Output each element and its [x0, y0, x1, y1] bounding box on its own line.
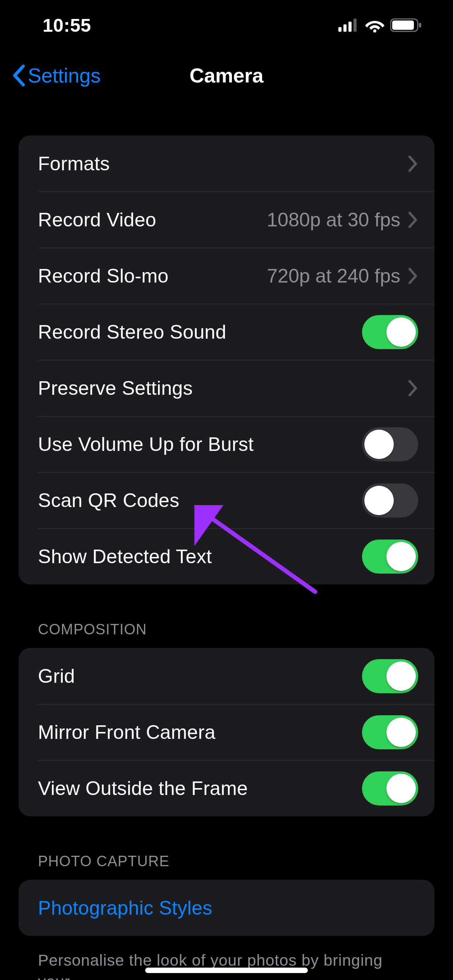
chevron-right-icon: [408, 267, 418, 284]
section-header-photo-capture: PHOTO CAPTURE: [19, 816, 434, 880]
back-button[interactable]: Settings: [12, 64, 101, 87]
toggle-record-stereo-sound[interactable]: [362, 315, 418, 349]
row-record-stereo-sound: Record Stereo Sound: [19, 304, 434, 360]
row-formats[interactable]: Formats: [19, 135, 434, 192]
page-title: Camera: [190, 64, 264, 87]
section-footer-photo-capture: Personalise the look of your photos by b…: [19, 936, 434, 980]
row-scan-qr-codes: Scan QR Codes: [19, 472, 434, 528]
svg-rect-6: [392, 21, 414, 30]
svg-rect-3: [353, 19, 357, 32]
row-mirror-front-camera: Mirror Front Camera: [19, 704, 434, 760]
battery-icon: [390, 18, 422, 33]
row-label: Mirror Front Camera: [38, 721, 362, 744]
svg-point-4: [373, 29, 376, 33]
settings-group-main: Formats Record Video 1080p at 30 fps Rec…: [19, 135, 434, 584]
row-view-outside-frame: View Outside the Frame: [19, 760, 434, 816]
toggle-grid[interactable]: [362, 659, 418, 693]
settings-group-photo-capture: Photographic Styles: [19, 880, 434, 936]
chevron-right-icon: [408, 155, 418, 172]
row-label: Grid: [38, 665, 362, 687]
row-label: Scan QR Codes: [38, 489, 362, 512]
toggle-show-detected-text[interactable]: [362, 540, 418, 574]
row-detail: 1080p at 30 fps: [267, 209, 400, 231]
nav-bar: Settings Camera: [0, 50, 453, 101]
svg-rect-7: [419, 23, 421, 27]
section-header-composition: COMPOSITION: [19, 584, 434, 648]
row-show-detected-text: Show Detected Text: [19, 528, 434, 584]
chevron-left-icon: [12, 64, 26, 87]
row-label: Show Detected Text: [38, 545, 362, 568]
row-label: Use Volume Up for Burst: [38, 433, 362, 456]
status-time: 10:55: [43, 15, 91, 36]
cellular-icon: [338, 19, 359, 32]
back-label: Settings: [28, 64, 101, 87]
content: Formats Record Video 1080p at 30 fps Rec…: [0, 101, 453, 980]
toggle-view-outside-frame[interactable]: [362, 771, 418, 805]
svg-rect-0: [338, 27, 341, 32]
row-label: Formats: [38, 152, 408, 175]
row-label: View Outside the Frame: [38, 777, 362, 800]
home-indicator[interactable]: [145, 968, 308, 973]
toggle-volume-up-burst[interactable]: [362, 427, 418, 461]
svg-rect-1: [343, 24, 347, 32]
settings-group-composition: Grid Mirror Front Camera View Outside th…: [19, 648, 434, 816]
row-photographic-styles[interactable]: Photographic Styles: [19, 880, 434, 936]
row-label: Record Stereo Sound: [38, 321, 362, 343]
status-icons: [338, 18, 434, 33]
row-label: Preserve Settings: [38, 377, 408, 399]
row-detail: 720p at 240 fps: [267, 265, 400, 287]
status-bar: 10:55: [0, 0, 453, 50]
row-label: Record Video: [38, 209, 267, 231]
row-preserve-settings[interactable]: Preserve Settings: [19, 360, 434, 416]
row-label: Record Slo-mo: [38, 265, 267, 287]
chevron-right-icon: [408, 380, 418, 397]
svg-rect-2: [348, 22, 352, 32]
toggle-mirror-front-camera[interactable]: [362, 715, 418, 749]
row-label: Photographic Styles: [38, 897, 418, 919]
row-volume-up-burst: Use Volume Up for Burst: [19, 416, 434, 472]
wifi-icon: [365, 18, 385, 33]
chevron-right-icon: [408, 211, 418, 228]
toggle-scan-qr-codes[interactable]: [362, 483, 418, 517]
row-record-slomo[interactable]: Record Slo-mo 720p at 240 fps: [19, 248, 434, 304]
row-record-video[interactable]: Record Video 1080p at 30 fps: [19, 192, 434, 248]
row-grid: Grid: [19, 648, 434, 704]
